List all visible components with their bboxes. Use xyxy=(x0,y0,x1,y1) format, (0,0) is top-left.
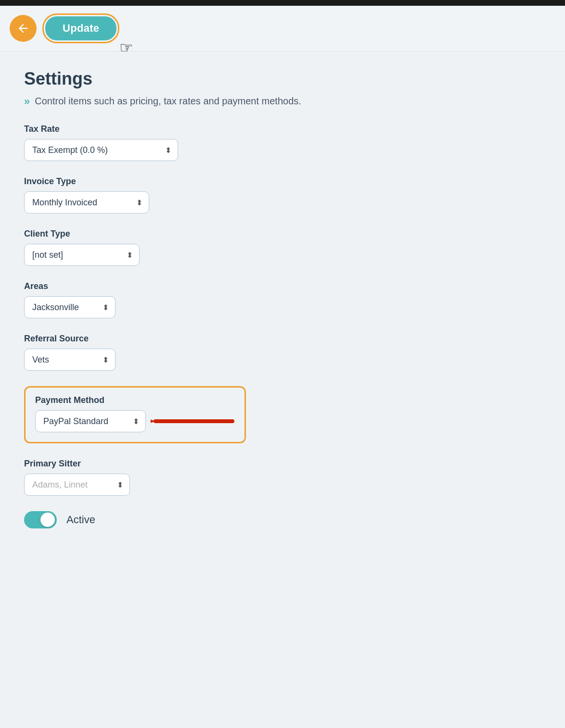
referral-source-label: Referral Source xyxy=(24,334,541,344)
update-button[interactable]: Update xyxy=(45,16,116,40)
main-content: Settings » Control items such as pricing… xyxy=(0,51,565,557)
primary-sitter-label: Primary Sitter xyxy=(24,459,541,469)
client-type-select-wrapper: [not set] Standard Premium xyxy=(24,244,140,266)
active-toggle-row: Active xyxy=(24,511,541,528)
payment-arrow-wrapper: PayPal Standard Credit Card Cash Check xyxy=(35,410,235,432)
payment-method-group: Payment Method PayPal Standard Credit Ca… xyxy=(24,386,246,443)
primary-sitter-select-wrapper: Adams, Linnet Other Sitter xyxy=(24,474,130,496)
active-label: Active xyxy=(66,514,95,526)
invoice-type-select[interactable]: Monthly Invoiced Weekly Per Visit xyxy=(24,191,149,213)
chevrons-icon: » xyxy=(24,96,30,107)
back-button[interactable] xyxy=(10,15,37,42)
client-type-group: Client Type [not set] Standard Premium xyxy=(24,229,541,266)
referral-source-select[interactable]: Vets Word of Mouth Online xyxy=(24,349,116,371)
toggle-knob xyxy=(40,513,55,527)
primary-sitter-group: Primary Sitter Adams, Linnet Other Sitte… xyxy=(24,459,541,496)
referral-source-select-wrapper: Vets Word of Mouth Online xyxy=(24,349,116,371)
payment-method-select[interactable]: PayPal Standard Credit Card Cash Check xyxy=(35,410,146,432)
page-title: Settings xyxy=(24,69,541,89)
tax-rate-select-wrapper: Tax Exempt (0.0 %) 5% 10% 15% xyxy=(24,139,178,161)
update-button-wrapper: Update xyxy=(42,13,119,43)
referral-source-group: Referral Source Vets Word of Mouth Onlin… xyxy=(24,334,541,371)
areas-label: Areas xyxy=(24,281,541,291)
invoice-type-group: Invoice Type Monthly Invoiced Weekly Per… xyxy=(24,176,541,213)
tax-rate-group: Tax Rate Tax Exempt (0.0 %) 5% 10% 15% xyxy=(24,124,541,161)
areas-select[interactable]: Jacksonville Other xyxy=(24,296,116,318)
client-type-label: Client Type xyxy=(24,229,541,239)
areas-group: Areas Jacksonville Other xyxy=(24,281,541,318)
payment-method-select-wrapper: PayPal Standard Credit Card Cash Check xyxy=(35,410,146,432)
areas-select-wrapper: Jacksonville Other xyxy=(24,296,116,318)
client-type-select[interactable]: [not set] Standard Premium xyxy=(24,244,140,266)
subtitle-row: » Control items such as pricing, tax rat… xyxy=(24,96,541,107)
primary-sitter-select[interactable]: Adams, Linnet Other Sitter xyxy=(24,474,130,496)
red-arrow-annotation xyxy=(151,414,235,428)
payment-method-label: Payment Method xyxy=(35,395,235,405)
tax-rate-select[interactable]: Tax Exempt (0.0 %) 5% 10% 15% xyxy=(24,139,178,161)
invoice-type-select-wrapper: Monthly Invoiced Weekly Per Visit xyxy=(24,191,149,213)
active-toggle[interactable] xyxy=(24,511,57,528)
invoice-type-label: Invoice Type xyxy=(24,176,541,187)
tax-rate-label: Tax Rate xyxy=(24,124,541,134)
top-bar xyxy=(0,0,565,6)
subtitle-text: Control items such as pricing, tax rates… xyxy=(35,96,301,107)
toolbar: Update ☞ xyxy=(0,6,565,51)
